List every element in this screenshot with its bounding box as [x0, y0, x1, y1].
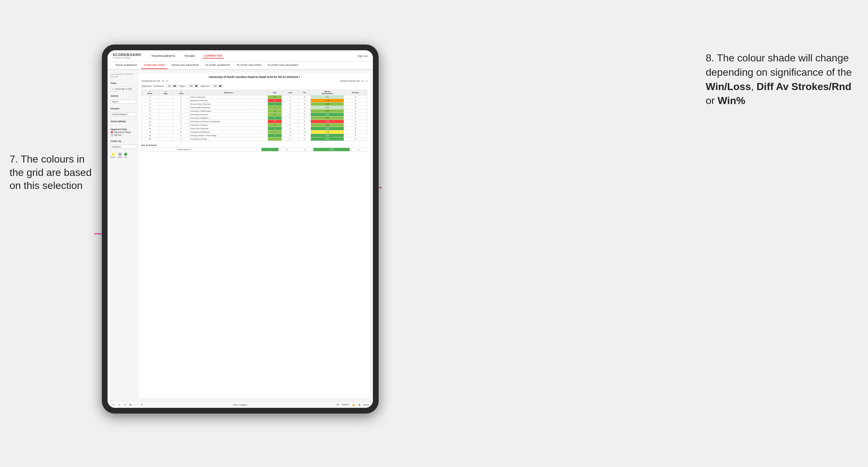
cell-tie: 0 [299, 110, 311, 113]
cell-rounds: 9 [344, 134, 367, 137]
radio-opponents-played-label: Opponents Played [114, 131, 131, 133]
ood-name: NCAA Division II [176, 148, 261, 151]
cell-rank: 16 [142, 137, 159, 141]
cell-opponent: University of Washington [189, 110, 268, 113]
table-row: 8 2 University of Washington 1 0 0 3.67 … [142, 110, 367, 113]
forward-icon[interactable]: ⇥ [123, 403, 127, 407]
radio-opponents-played[interactable]: Opponents Played [111, 131, 136, 133]
cell-opponent: Florida State University [189, 106, 268, 110]
subnav-player-h2h-heatmap[interactable]: PLAYER H2H HEATMAP [265, 62, 301, 69]
cell-diff: 2.28 [311, 102, 344, 106]
cell-tie: 0 [299, 123, 311, 127]
timer-icon[interactable]: ⏱ [140, 403, 144, 407]
col-reg: #Reg [158, 90, 173, 95]
radio-dot-selected [111, 131, 113, 133]
logo-sub: Powered by clippd [113, 57, 141, 59]
col-rounds: Rounds [344, 90, 367, 95]
gender-value: Men's [111, 100, 136, 104]
view-label: View: Original [233, 404, 247, 406]
table-row: 13 - 1 Texas Tech University 3 0 0 5.56 … [142, 127, 367, 130]
radio-top-100[interactable]: Top 100 [111, 134, 136, 136]
cell-tie: 0 [299, 106, 311, 110]
subnav-team-h2h-grid[interactable]: TEAM H2H GRID [141, 62, 168, 69]
cell-conf: 6 [173, 120, 189, 123]
cell-rounds: 6 [344, 117, 367, 120]
cell-reg [158, 117, 173, 120]
radio-top-100-label: Top 100 [114, 134, 121, 136]
cell-tie: 0 [299, 99, 311, 102]
subnav-team-summary[interactable]: TEAM SUMMARY [113, 62, 140, 69]
col-loss: Loss [282, 90, 299, 95]
cell-win: 3 [268, 127, 282, 130]
cell-rank: 13 [142, 127, 159, 130]
cell-conf: 1 [173, 102, 189, 106]
cell-diff: 2.33 [311, 123, 344, 127]
redo-icon[interactable]: ↪ [117, 403, 121, 407]
conference-filter[interactable]: (All) [165, 84, 178, 88]
subnav-player-summary[interactable]: PLAYER SUMMARY [203, 62, 233, 69]
colour-legend: Down Level Up [111, 153, 136, 158]
cell-diff: 4.50 [311, 134, 344, 137]
cell-loss: 2 [282, 106, 299, 110]
nav-teams[interactable]: TEAMS [183, 54, 196, 58]
main-content: Last Updated: 27/03/2024 16:55:38 Team 1… [107, 70, 373, 401]
school-rank-label: School (Rank) [111, 120, 136, 122]
out-of-division-table: NCAA Division II 1 0 0 26.00 3 [141, 148, 367, 151]
cell-reg: - [158, 95, 173, 99]
cell-tie: 0 [299, 137, 311, 141]
table-row: 2 - 1 Auburn University 2 1 0 1.67 9 [142, 95, 367, 99]
grid-title: University of North Carolina Head-to-Hea… [141, 75, 367, 79]
cell-opponent: University of Florida [189, 137, 268, 141]
cell-rounds: 9 [344, 137, 367, 141]
eye-icon[interactable]: 👁 [336, 403, 340, 407]
grid2-icon[interactable]: ⊞ [357, 403, 361, 407]
cell-rank: 8 [142, 110, 159, 113]
subnav-player-h2h-grid[interactable]: PLAYER H2H GRID [235, 62, 264, 69]
annotation-right: 8. The colour shade will change dependin… [706, 51, 859, 108]
sign-out-link[interactable]: Sign out [357, 54, 368, 58]
region-filter[interactable]: (All) [187, 84, 199, 88]
cell-rank: 4 [142, 102, 159, 106]
cell-rank: 2 [142, 95, 159, 99]
watch-label[interactable]: Watch ▾ [342, 403, 350, 406]
cell-conf: 1 [173, 95, 189, 99]
cell-loss: 1 [282, 137, 299, 141]
opponent-filter[interactable]: (All) [211, 84, 223, 88]
cell-tie: 0 [299, 134, 311, 137]
division-value: NCAA Division I [111, 112, 136, 117]
navbar: SCOREBOARD Powered by clippd TOURNAMENTS… [107, 50, 373, 62]
ood-win: 1 [261, 148, 279, 151]
nav-committee[interactable]: COMMITTEE [203, 54, 224, 59]
h2h-table: #Rank #Reg #Conf Opponent Win Loss Tie D… [141, 90, 367, 141]
cell-opponent: Georgia Institute of Technology [189, 134, 268, 137]
colour-by-value[interactable]: Win/loss [111, 145, 136, 149]
cell-conf: 1 [173, 127, 189, 130]
grid-icon[interactable]: ⋮⋮ [134, 403, 138, 407]
table-row: 16 2 University of Florida 3 1 0 6.62 9 [142, 137, 367, 141]
last-updated: Last Updated: 27/03/2024 16:55:38 [111, 73, 136, 78]
cell-win: 1 [268, 113, 282, 117]
cell-rounds: 2 [344, 113, 367, 117]
cell-diff: -2.29 [311, 99, 344, 102]
cell-rank: 11 [142, 120, 159, 123]
cell-tie: 0 [299, 117, 311, 120]
table-row: 4 - 1 Arizona State University 5 1 0 2.2… [142, 102, 367, 106]
cell-rounds: 9 [344, 95, 367, 99]
subnav-team-h2h-heatmap[interactable]: TEAM H2H HEATMAP [169, 62, 202, 69]
nav-tournaments[interactable]: TOURNAMENTS [150, 54, 176, 58]
cell-diff: 6.62 [311, 137, 344, 141]
cell-reg: - [158, 127, 173, 130]
cell-rounds: 8 [344, 99, 367, 102]
legend-level-label: Level [117, 156, 122, 158]
cell-win: 1 [268, 110, 282, 113]
table-row: 3 2 Vanderbilt University 0 4 0 -2.29 8 [142, 99, 367, 102]
copy-icon[interactable]: ⊞ [128, 403, 132, 407]
opponent-label: Opponent [200, 85, 210, 87]
cell-diff: -1.00 [311, 130, 344, 134]
share-label[interactable]: Share [363, 404, 369, 406]
undo-icon[interactable]: ↩ [111, 403, 115, 407]
subnav: TEAM SUMMARY TEAM H2H GRID TEAM H2H HEAT… [107, 62, 373, 70]
cell-loss: 1 [282, 102, 299, 106]
cell-loss: 0 [282, 110, 299, 113]
thumbs-icon[interactable]: 👍 [351, 403, 355, 407]
